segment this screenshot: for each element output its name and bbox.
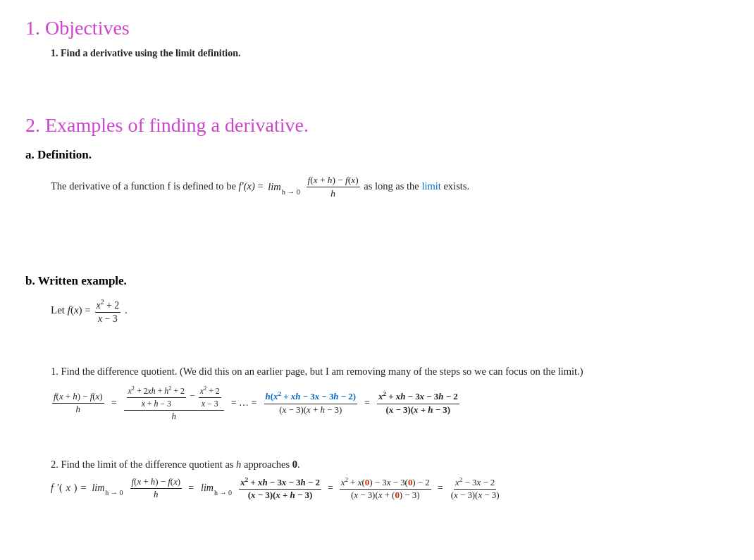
subsection-a-title: a. Definition. [25, 148, 729, 162]
objectives-item1: 1. Find a derivative using the limit def… [51, 48, 729, 59]
fprime-label: f′(x) [239, 180, 255, 192]
def-text-after: as long as the [364, 180, 421, 192]
subsection-b-title: b. Written example. [25, 274, 729, 288]
section2-title: 2. Examples of finding a derivative. [25, 114, 729, 137]
def-text-before: The derivative of a function f is define… [51, 180, 239, 192]
let-f-definition: Let f(x) = x2 + 2 x − 3 . [51, 298, 729, 325]
fprime-frac2-bold: x2 + xh − 3x − 3h − 2 (x − 3)(x + h − 3) [239, 476, 321, 501]
step2-label: 2. Find the limit of the difference quot… [51, 459, 729, 471]
limit-expression: lim h → 0 [268, 181, 300, 193]
fprime-limit-row: f′(x) = lim h → 0 f(x + h) − f(x) h = li… [51, 476, 729, 501]
dq-frac4: x2 + xh − 3x − 3h − 2 (x − 3)(x + h − 3) [377, 390, 459, 415]
fprime-frac4: x2 − 3x − 2 (x − 3)(x − 3) [450, 476, 501, 501]
definition-text: The derivative of a function f is define… [51, 175, 729, 199]
section1-title: 1. Objectives [25, 17, 729, 39]
step1-label: 1. Find the difference quotient. (We did… [51, 366, 729, 378]
fprime-frac1: f(x + h) − f(x) h [130, 477, 183, 500]
dq-frac3-blue: h(x2 + xh − 3x − 3h − 2) (x − 3)(x + h −… [264, 390, 357, 415]
fprime-lim2: lim h → 0 [201, 483, 232, 494]
fprime-lim1: lim h → 0 [92, 483, 123, 494]
let-f-fraction: x2 + 2 x − 3 [95, 298, 121, 325]
dq-frac1: f(x + h) − f(x) h [52, 392, 104, 415]
definition-fraction: f(x + h) − f(x) h [307, 175, 360, 199]
diff-quotient-row: f(x + h) − f(x) h = x2 + 2xh + h2 + 2 x … [51, 385, 729, 422]
dq-frac2: x2 + 2xh + h2 + 2 x + h − 3 − x2 + 2 x −… [124, 385, 224, 422]
fprime-frac3: x2 + x(0) − 3x − 3(0) − 2 (x − 3)(x + (0… [340, 476, 431, 501]
